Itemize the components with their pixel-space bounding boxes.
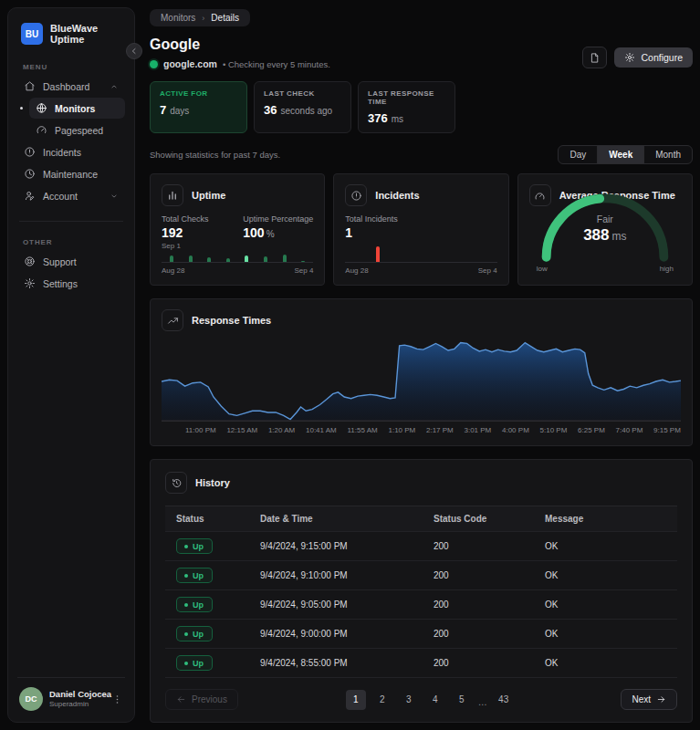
cell-datetime: 9/4/2024, 9:10:00 PM [249, 564, 423, 587]
uptime-bar[interactable] [283, 255, 287, 262]
status-badge: Up [176, 626, 213, 641]
cell-status-code: 200 [423, 622, 534, 645]
uptime-bar[interactable] [264, 256, 267, 262]
user-meta: Daniel Cojocea Superadmin [49, 689, 105, 709]
brand-logo: BU [21, 23, 43, 45]
monitor-header: Google google.com • Checking every 5 min… [150, 36, 693, 69]
sidebar-divider [19, 221, 123, 222]
table-row: Up9/4/2024, 8:55:00 PM200OK [165, 649, 677, 678]
stat-cards: ACTIVE FOR7daysLAST CHECK36seconds agoLA… [150, 81, 693, 133]
brand-name: BlueWave Uptime [50, 23, 121, 45]
uptime-bar[interactable] [189, 256, 193, 262]
gear-icon [624, 52, 635, 63]
stats-note: Showing statistics for past 7 days. [150, 150, 280, 160]
sidebar-item-incidents[interactable]: Incidents [17, 141, 125, 162]
report-button[interactable] [582, 47, 607, 68]
response-times-chart[interactable] [162, 339, 681, 423]
breadcrumb-item-monitors[interactable]: Monitors [161, 13, 195, 23]
sidebar-item-maintenance[interactable]: Maintenance [17, 163, 125, 184]
incident-bar[interactable] [376, 246, 380, 262]
column-header: Status Code [423, 506, 534, 531]
monitor-subtitle: google.com • Checking every 5 minutes. [150, 58, 330, 69]
range-option-week[interactable]: Week [597, 146, 643, 163]
gear-icon [24, 277, 36, 289]
incidents-card-title: Incidents [375, 190, 419, 201]
range-toggle: DayWeekMonth [558, 145, 693, 164]
sidebar-collapse-button[interactable] [126, 43, 142, 59]
trend-up-icon [167, 315, 179, 327]
page-button-3[interactable]: 3 [399, 690, 419, 710]
gear-icon [624, 52, 635, 63]
sidebar-item-account[interactable]: Account [17, 185, 125, 206]
configure-button[interactable]: Configure [614, 47, 693, 68]
cell-status: Up [165, 561, 249, 589]
previous-page-button[interactable]: Previous [165, 689, 238, 710]
cell-message: OK [534, 535, 677, 558]
x-axis-label: 7:40 PM [616, 426, 643, 434]
table-row: Up9/4/2024, 9:10:00 PM200OK [165, 561, 677, 590]
page-button-43[interactable]: 43 [494, 690, 514, 710]
uptime-bar[interactable] [245, 256, 248, 262]
cell-datetime: 9/4/2024, 9:05:00 PM [249, 593, 423, 616]
next-page-button[interactable]: Next [621, 689, 677, 710]
cell-status: Up [165, 649, 249, 677]
table-row: Up9/4/2024, 9:15:00 PM200OK [165, 532, 677, 561]
user-options-button[interactable] [111, 694, 123, 705]
monitor-check-note: • Checking every 5 minutes. [223, 59, 330, 69]
uptime-bar-chart[interactable] [162, 254, 313, 263]
cell-datetime: 9/4/2024, 9:15:00 PM [249, 535, 423, 558]
sidebar-item-label: Pagespeed [55, 125, 103, 136]
sidebar-item-label: Account [43, 191, 78, 202]
sidebar-item-settings[interactable]: Settings [17, 273, 125, 294]
incidents-bar-chart[interactable] [345, 244, 496, 263]
chevron-left-icon [130, 47, 139, 56]
page-button-4[interactable]: 4 [425, 690, 445, 710]
sidebar-item-pagespeed[interactable]: Pagespeed [29, 120, 125, 141]
cell-message: OK [534, 593, 677, 616]
status-badge: Up [176, 568, 213, 583]
status-badge: Up [176, 538, 213, 554]
breadcrumb-separator: › [202, 14, 204, 23]
speedometer-icon [36, 124, 47, 136]
uptime-bar[interactable] [170, 256, 173, 262]
table-row: Up9/4/2024, 9:00:00 PM200OK [165, 620, 677, 649]
stat-value: 376ms [368, 110, 445, 126]
user-name: Daniel Cojocea [49, 689, 105, 700]
help-circle-icon [24, 256, 36, 267]
sidebar-item-monitors[interactable]: Monitors [29, 98, 125, 119]
report-icon [589, 52, 601, 64]
alert-circle-icon [24, 146, 36, 158]
x-axis-label: 2:17 PM [426, 426, 454, 434]
arrow-right-icon [656, 694, 666, 704]
uptime-card-header: Uptime [162, 184, 313, 206]
user-menu[interactable]: DC Daniel Cojocea Superadmin [17, 677, 125, 713]
stat-label: LAST CHECK [264, 89, 341, 98]
uptime-x-axis: Aug 28Sep 4 [162, 266, 313, 275]
x-axis-label: 9:15 PM [653, 426, 681, 434]
uptime-bar[interactable] [226, 258, 230, 262]
cell-message: OK [534, 652, 677, 674]
arrow-left-icon [176, 694, 186, 704]
sidebar: BU BlueWave Uptime MENUDashboardMonitors… [7, 7, 135, 723]
user-role: Superadmin [49, 700, 105, 709]
uptime-bar[interactable] [207, 257, 211, 262]
uptime-percentage-label: Uptime Percentage [243, 214, 313, 224]
page-button-5[interactable]: 5 [452, 690, 472, 710]
page-button-1[interactable]: 1 [346, 690, 366, 710]
total-incidents-label: Total Incidents [345, 214, 398, 224]
sidebar-item-label: Support [43, 256, 77, 267]
uptime-stats: Total Checks 192 Sep 1 Uptime Percentage… [162, 214, 313, 250]
range-option-month[interactable]: Month [643, 146, 692, 163]
uptime-bar[interactable] [301, 261, 305, 262]
response-times-x-axis: 11:00 PM12:15 AM1:20 AM10:41 AM11:55 AM1… [162, 426, 681, 434]
uptime-hover-date: Sep 1 [162, 242, 209, 250]
sidebar-item-support[interactable]: Support [17, 251, 125, 272]
page-button-2[interactable]: 2 [372, 690, 392, 710]
breadcrumb: Monitors›Details [150, 9, 250, 26]
range-option-day[interactable]: Day [559, 146, 597, 163]
page-numbers: 12345…43 [238, 690, 622, 710]
brand: BU BlueWave Uptime [17, 21, 125, 47]
total-incidents-value: 1 [345, 225, 398, 240]
history-table: StatusDate & TimeStatus CodeMessageUp9/4… [165, 506, 677, 678]
sidebar-item-dashboard[interactable]: Dashboard [17, 76, 125, 97]
